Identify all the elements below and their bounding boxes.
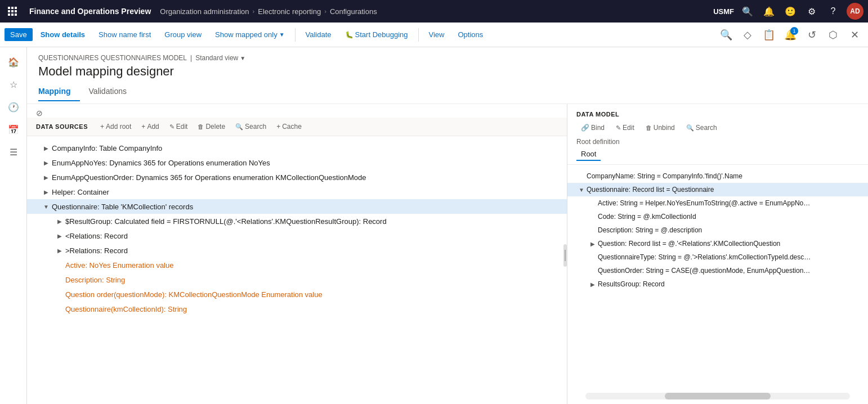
- view-button[interactable]: View: [423, 28, 450, 41]
- delete-button[interactable]: 🗑 Delete: [193, 121, 230, 132]
- dm-tree-item[interactable]: ▶ QuestionOrder: String = CASE(@.questio…: [567, 264, 868, 277]
- nav-right: USMF 🔍 🔔 🙂 ⚙ ? AD: [713, 3, 863, 20]
- delete-icon: 🗑: [198, 123, 204, 130]
- options-button[interactable]: Options: [452, 28, 489, 41]
- diamond-icon[interactable]: ◇: [739, 26, 757, 44]
- dm-expand-icon[interactable]: ▶: [588, 279, 598, 289]
- show-mapped-only-button[interactable]: Show mapped only ▼: [209, 28, 290, 41]
- svg-rect-7: [11, 14, 14, 16]
- search-dm-button[interactable]: 🔍 Search: [682, 122, 722, 133]
- left-sidebar: 🏠 ☆ 🕐 📅 ☰: [0, 47, 27, 404]
- data-model-header: DATA MODEL 🔗 Bind ✎ Edit 🗑 Unbind: [567, 104, 868, 165]
- search-sources-icon: 🔍: [235, 123, 243, 131]
- search-toolbar-icon[interactable]: 🔍: [717, 26, 735, 44]
- horizontal-scrollbar-area[interactable]: [567, 388, 868, 404]
- columns-icon[interactable]: 📋: [760, 26, 778, 44]
- toolbar-separator-2: [418, 28, 419, 42]
- tree-item[interactable]: ▶ EnumAppQuestionOrder: Dynamics 365 for…: [27, 170, 567, 185]
- horizontal-scrollbar[interactable]: [585, 393, 850, 399]
- breadcrumb-er[interactable]: Electronic reporting: [258, 7, 321, 16]
- smiley-icon[interactable]: 🙂: [782, 3, 798, 19]
- open-new-icon[interactable]: ⬡: [824, 26, 842, 44]
- validate-button[interactable]: Validate: [300, 28, 337, 41]
- search-nav-icon[interactable]: 🔍: [740, 3, 755, 19]
- help-icon[interactable]: ?: [825, 3, 841, 19]
- tab-validations[interactable]: Validations: [89, 83, 136, 101]
- sidebar-list-icon[interactable]: ☰: [3, 142, 24, 162]
- tree-item[interactable]: ▶ Helper: Container: [27, 185, 567, 199]
- show-name-first-button[interactable]: Show name first: [93, 28, 156, 41]
- search-sources-button[interactable]: 🔍 Search: [231, 121, 271, 132]
- bell-icon[interactable]: 🔔: [761, 3, 777, 19]
- app-grid-icon[interactable]: [5, 3, 20, 19]
- tree-item[interactable]: ▶ Active: NoYes Enumeration value: [27, 258, 567, 272]
- edit-button[interactable]: ✎ Edit: [165, 121, 193, 132]
- dm-tree-item[interactable]: ▶ Active: String = Helper.NoYesEnumToStr…: [567, 196, 868, 210]
- dm-expand-icon[interactable]: ▼: [576, 185, 587, 195]
- tree-item[interactable]: ▶ Questionnaire(kmCollectionId): String: [27, 302, 567, 316]
- dm-edit-button[interactable]: ✎ Edit: [611, 122, 639, 133]
- tree-item[interactable]: ▶ CompanyInfo: Table CompanyInfo: [27, 141, 567, 155]
- tree-item[interactable]: ▶ Description: String: [27, 272, 567, 287]
- sidebar-calendar-icon[interactable]: 📅: [3, 119, 24, 140]
- tree-item-questionnaire[interactable]: ▼ Questionnaire: Table 'KMCollection' re…: [27, 199, 567, 214]
- toolbar: Save Show details Show name first Group …: [0, 23, 868, 47]
- tree-item[interactable]: ▶ Question order(questionMode): KMCollec…: [27, 287, 567, 302]
- sidebar-history-icon[interactable]: 🕐: [3, 97, 24, 117]
- unbind-button[interactable]: 🗑 Unbind: [641, 122, 679, 133]
- add-root-button[interactable]: + Add root: [96, 121, 136, 132]
- cache-button[interactable]: + Cache: [272, 121, 306, 132]
- expand-icon[interactable]: ▶: [41, 157, 52, 168]
- show-details-button[interactable]: Show details: [35, 28, 91, 41]
- expand-icon[interactable]: ▶: [41, 186, 52, 197]
- svg-rect-5: [15, 10, 17, 12]
- tab-mapping[interactable]: Mapping: [38, 83, 80, 101]
- expand-icon[interactable]: ▶: [41, 142, 52, 154]
- breadcrumb-part1[interactable]: QUESTIONNAIRES QUESTIONNAIRES MODEL: [38, 54, 187, 62]
- dm-tree-item[interactable]: ▶ Question: Record list = @.'<Relations'…: [567, 237, 868, 250]
- resize-handle[interactable]: [563, 244, 567, 267]
- breadcrumb-part2[interactable]: Standard view ▼: [195, 54, 245, 62]
- sidebar-home-icon[interactable]: 🏠: [3, 52, 24, 72]
- tree-item-label: >Relations: Record: [65, 246, 558, 255]
- start-debugging-label: Start Debugging: [355, 30, 408, 39]
- scrollbar-thumb[interactable]: [665, 393, 771, 399]
- tree-item[interactable]: ▶ $ResultGroup: Calculated field = FIRST…: [27, 214, 567, 228]
- tree-item[interactable]: ▶ >Relations: Record: [27, 243, 567, 258]
- bind-button[interactable]: 🔗 Bind: [576, 122, 609, 133]
- save-button[interactable]: Save: [5, 28, 33, 41]
- close-icon[interactable]: ✕: [845, 26, 863, 44]
- tree-item-label: <Relations: Record: [65, 232, 558, 240]
- group-view-button[interactable]: Group view: [159, 28, 207, 41]
- dm-tree-item[interactable]: ▶ QuestionnaireType: String = @.'>Relati…: [567, 250, 868, 264]
- add-button[interactable]: + Add: [137, 121, 163, 132]
- dm-tree-item[interactable]: ▶ Description: String = @.description: [567, 223, 868, 237]
- sidebar-star-icon[interactable]: ☆: [3, 74, 24, 95]
- dm-expand-icon[interactable]: ▶: [588, 239, 598, 249]
- breadcrumb-configs[interactable]: Configurations: [330, 7, 377, 16]
- filter-icon[interactable]: ⊘: [36, 109, 43, 118]
- expand-icon[interactable]: ▶: [41, 172, 52, 183]
- avatar[interactable]: AD: [847, 3, 863, 20]
- dm-tree-item[interactable]: ▶ CompanyName: String = CompanyInfo.'fin…: [567, 169, 868, 183]
- expand-icon[interactable]: ▶: [54, 245, 65, 256]
- expand-icon[interactable]: ▶: [54, 230, 65, 241]
- tab-bar: Mapping Validations: [38, 83, 857, 101]
- tree-item[interactable]: ▶ EnumAppNoYes: Dynamics 365 for Operati…: [27, 155, 567, 170]
- dm-tree-item[interactable]: ▶ ResultsGroup: Record: [567, 277, 868, 291]
- badge-icon[interactable]: 🔔 1: [781, 26, 799, 44]
- breadcrumb-org[interactable]: Organization administration: [160, 7, 249, 16]
- expand-icon[interactable]: ▶: [54, 216, 65, 227]
- settings-icon[interactable]: ⚙: [804, 3, 820, 19]
- refresh-icon[interactable]: ↺: [803, 26, 821, 44]
- dm-tree-item-questionnaire[interactable]: ▼ Questionnaire: Record list = Questionn…: [567, 183, 868, 196]
- data-model-tree: ▶ CompanyName: String = CompanyInfo.'fin…: [567, 165, 868, 388]
- expand-icon-questionnaire[interactable]: ▼: [41, 201, 52, 212]
- standard-view-chevron: ▼: [240, 55, 245, 61]
- dm-tree-item[interactable]: ▶ Code: String = @.kmCollectionId: [567, 210, 868, 223]
- root-definition-value[interactable]: Root: [576, 148, 601, 161]
- options-label: Options: [458, 30, 483, 39]
- svg-rect-3: [8, 10, 10, 12]
- start-debugging-button[interactable]: 🐛 Start Debugging: [339, 28, 414, 41]
- tree-item[interactable]: ▶ <Relations: Record: [27, 228, 567, 243]
